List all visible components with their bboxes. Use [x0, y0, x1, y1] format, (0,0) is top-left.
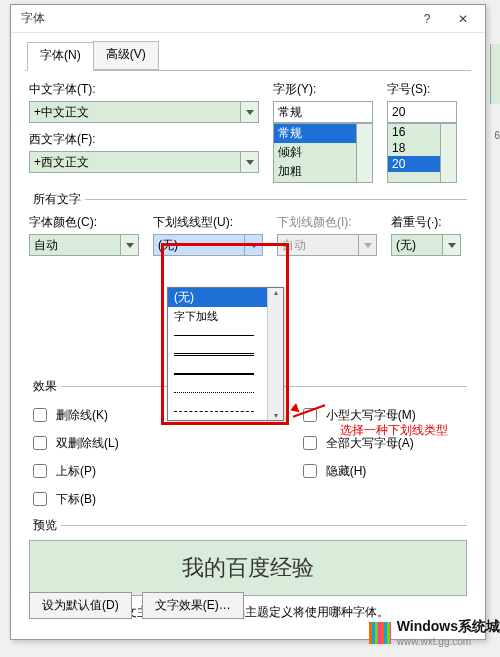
legend-preview: 预览: [29, 517, 61, 534]
close-button[interactable]: ✕: [445, 7, 481, 31]
checkbox[interactable]: [303, 436, 317, 450]
check-label: 上标(P): [56, 463, 96, 480]
checkbox[interactable]: [33, 408, 47, 422]
scrollbar[interactable]: [440, 124, 456, 182]
group-all-text: 所有文字 字体颜色(C): 自动 下划线线型(U): (无): [29, 191, 467, 258]
chevron-down-icon: [358, 235, 376, 255]
close-icon: ✕: [458, 12, 468, 26]
watermark-title: Windows系统城: [397, 618, 500, 636]
scrollbar[interactable]: [356, 124, 372, 182]
background-fragment: [490, 44, 500, 104]
tab-advanced[interactable]: 高级(V): [93, 41, 159, 70]
label-size: 字号(S):: [387, 81, 457, 98]
underline-double-icon: [174, 353, 254, 356]
label-style: 字形(Y):: [273, 81, 373, 98]
combo-font-color-value: 自动: [34, 237, 58, 254]
combo-font-color[interactable]: 自动: [29, 234, 139, 256]
dialog-title: 字体: [21, 10, 409, 27]
check-subscript[interactable]: 下标(B): [29, 489, 119, 509]
underline-thick-icon: [174, 373, 254, 375]
combo-underline-color: 自动: [277, 234, 377, 256]
combo-emphasis[interactable]: (无): [391, 234, 461, 256]
underline-style-dropdown[interactable]: (无) 字下加线 ▴ ▾: [167, 287, 284, 421]
help-button[interactable]: ?: [409, 7, 445, 31]
underline-opt-double[interactable]: [168, 345, 283, 364]
underline-opt-dash[interactable]: [168, 402, 283, 421]
checkbox[interactable]: [303, 408, 317, 422]
underline-solid-icon: [174, 335, 254, 336]
checkbox[interactable]: [303, 464, 317, 478]
combo-underline-style-value: (无): [158, 237, 178, 254]
input-style-value: 常规: [278, 104, 302, 121]
check-all-caps[interactable]: 全部大写字母(A): [299, 433, 416, 453]
text-effects-button[interactable]: 文字效果(E)…: [142, 592, 244, 619]
checkbox[interactable]: [33, 492, 47, 506]
underline-dash-icon: [174, 411, 254, 412]
label-chinese-font: 中文字体(T):: [29, 81, 259, 98]
title-bar[interactable]: 字体 ? ✕: [11, 5, 485, 33]
label-underline-style: 下划线线型(U):: [153, 214, 263, 231]
legend-all-text: 所有文字: [29, 191, 85, 208]
preview-box: 我的百度经验: [29, 540, 467, 596]
check-hidden[interactable]: 隐藏(H): [299, 461, 416, 481]
check-label: 全部大写字母(A): [326, 435, 414, 452]
check-double-strike[interactable]: 双删除线(L): [29, 433, 119, 453]
combo-underline-color-value: 自动: [282, 237, 306, 254]
list-size[interactable]: 16 18 20: [387, 123, 457, 183]
watermark-logo-icon: [369, 622, 391, 644]
underline-opt-words[interactable]: 字下加线: [168, 307, 283, 326]
scroll-up-icon: ▴: [274, 288, 278, 297]
label-font-color: 字体颜色(C):: [29, 214, 139, 231]
watermark: Windows系统城 www.wxt.gg.com: [369, 618, 500, 647]
chevron-down-icon: [120, 235, 138, 255]
check-label: 小型大写字母(M): [326, 407, 416, 424]
check-strikethrough[interactable]: 删除线(K): [29, 405, 119, 425]
tab-strip: 字体(N) 高级(V): [11, 33, 485, 70]
checkbox[interactable]: [33, 464, 47, 478]
scroll-down-icon: ▾: [274, 411, 278, 420]
set-default-button[interactable]: 设为默认值(D): [29, 592, 132, 619]
combo-chinese-font[interactable]: +中文正文: [29, 101, 259, 123]
combo-chinese-font-value: +中文正文: [34, 104, 89, 121]
help-icon: ?: [424, 12, 431, 26]
combo-underline-style[interactable]: (无): [153, 234, 263, 256]
check-label: 隐藏(H): [326, 463, 367, 480]
button-row: 设为默认值(D) 文字效果(E)…: [29, 592, 244, 619]
input-size-value: 20: [392, 105, 405, 119]
underline-dot-icon: [174, 392, 254, 393]
chevron-down-icon: [240, 102, 258, 122]
input-style[interactable]: 常规: [273, 101, 373, 123]
list-style[interactable]: 常规 倾斜 加粗: [273, 123, 373, 183]
underline-opt-thick[interactable]: [168, 364, 283, 383]
check-label: 下标(B): [56, 491, 96, 508]
check-small-caps[interactable]: 小型大写字母(M): [299, 405, 416, 425]
background-number: 6: [494, 130, 500, 141]
chevron-down-icon: [244, 235, 262, 255]
chevron-down-icon: [240, 152, 258, 172]
check-label: 双删除线(L): [56, 435, 119, 452]
check-superscript[interactable]: 上标(P): [29, 461, 119, 481]
legend-effects: 效果: [29, 378, 61, 395]
check-label: 删除线(K): [56, 407, 108, 424]
chevron-down-icon: [442, 235, 460, 255]
input-size[interactable]: 20: [387, 101, 457, 123]
label-western-font: 西文字体(F):: [29, 131, 259, 148]
underline-opt-none[interactable]: (无): [168, 288, 283, 307]
combo-western-font-value: +西文正文: [34, 154, 89, 171]
label-underline-color: 下划线颜色(I):: [277, 214, 377, 231]
tab-font[interactable]: 字体(N): [27, 42, 94, 71]
combo-western-font[interactable]: +西文正文: [29, 151, 259, 173]
watermark-url: www.wxt.gg.com: [397, 636, 500, 647]
dropdown-scrollbar[interactable]: ▴ ▾: [267, 288, 283, 420]
combo-emphasis-value: (无): [396, 237, 416, 254]
checkbox[interactable]: [33, 436, 47, 450]
label-emphasis: 着重号(·):: [391, 214, 461, 231]
underline-opt-dot[interactable]: [168, 383, 283, 402]
underline-opt-solid[interactable]: [168, 326, 283, 345]
